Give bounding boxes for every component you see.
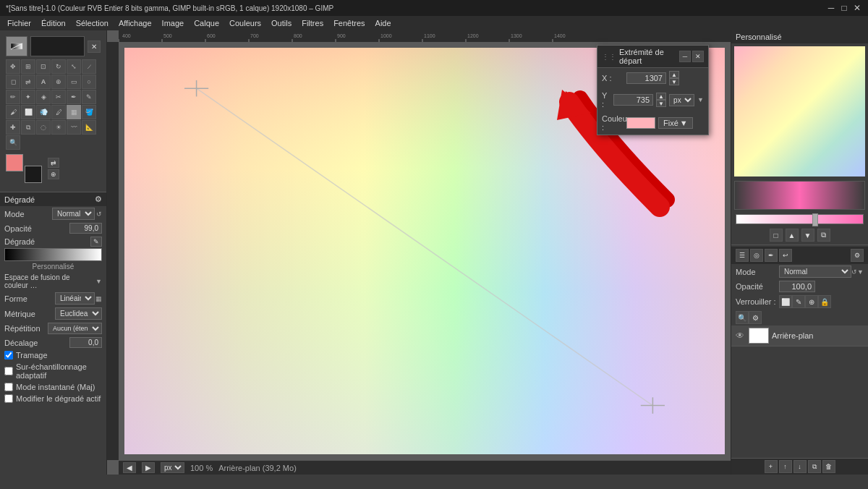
tool-airbrush[interactable]: 💨	[36, 105, 51, 119]
btn-raise-layer[interactable]: ▲	[786, 229, 799, 242]
tool-scale[interactable]: ⤡	[67, 59, 81, 74]
tool-persp[interactable]: ◻	[6, 75, 20, 89]
fixe-button[interactable]: Fixé ▼	[658, 117, 693, 129]
new-layer-btn[interactable]: +	[765, 460, 778, 473]
tool-zoom[interactable]: 🔍	[6, 135, 20, 150]
dialog-close-btn[interactable]: ✕	[692, 51, 704, 62]
space-chevron[interactable]: ▼	[95, 278, 102, 285]
tool-crop[interactable]: ⊡	[36, 59, 51, 74]
lock-paint-btn[interactable]: ✎	[792, 295, 805, 308]
x-spin-up[interactable]: ▲	[669, 71, 679, 78]
gradient-preview-bar[interactable]	[4, 248, 102, 261]
tool-dodge[interactable]: ☀	[51, 120, 66, 135]
tool-rect-sel[interactable]: ▭	[67, 75, 81, 89]
statusbar-nav-next[interactable]: ▶	[142, 462, 155, 473]
channels-tab[interactable]: ◎	[750, 249, 763, 262]
dialog-x-input[interactable]: 1307	[626, 72, 666, 84]
layer-search-btn[interactable]: 🔍	[736, 311, 749, 324]
menu-outils[interactable]: Outils	[267, 17, 296, 29]
btn-new-layer[interactable]: □	[770, 229, 783, 242]
menu-couleurs[interactable]: Couleurs	[225, 17, 265, 29]
menu-fenetres[interactable]: Fenêtres	[329, 17, 369, 29]
btn-lower-layer[interactable]: ▼	[801, 229, 814, 242]
tool-text[interactable]: A	[36, 75, 51, 89]
surech-checkbox[interactable]	[4, 367, 13, 375]
tool-rotate[interactable]: ↻	[51, 59, 66, 74]
reset-colors-btn[interactable]: ⊕	[48, 169, 59, 179]
tool-erase[interactable]: ⬜	[21, 105, 35, 119]
metric-select[interactable]: Euclidean	[55, 307, 102, 320]
right-mode-chevron[interactable]: ▼	[857, 268, 864, 276]
raise-layer-btn[interactable]: ↑	[779, 460, 792, 473]
tool-blur[interactable]: ◌	[36, 120, 51, 135]
tool-paint[interactable]: 🖌	[6, 105, 20, 119]
lock-move-btn[interactable]: ⊕	[805, 295, 818, 308]
couleur-swatch[interactable]	[626, 117, 655, 129]
swap-colors-btn[interactable]: ⇄	[48, 158, 59, 168]
close-preview-btn[interactable]: ✕	[88, 41, 101, 53]
tool-sel-color[interactable]: ◈	[36, 90, 51, 104]
menu-edition[interactable]: Édition	[37, 17, 70, 29]
unit-select[interactable]: px	[161, 462, 184, 473]
paths-tab[interactable]: ✒	[765, 249, 778, 262]
del-layer-btn[interactable]: 🗑	[822, 460, 835, 473]
menu-image[interactable]: Image	[158, 17, 189, 29]
right-mode-reset[interactable]: ↺	[851, 268, 857, 276]
lower-layer-btn[interactable]: ↓	[793, 460, 807, 473]
statusbar-nav-prev[interactable]: ◀	[123, 462, 136, 473]
menu-affichage[interactable]: Affichage	[114, 17, 156, 29]
tool-smudge[interactable]: 〰	[67, 120, 81, 135]
tool-align[interactable]: ⊞	[21, 59, 35, 74]
background-color-swatch[interactable]	[25, 166, 42, 183]
modif-checkbox[interactable]	[4, 394, 13, 403]
unit-chevron[interactable]: ▼	[697, 96, 704, 103]
menu-aide[interactable]: Aide	[371, 17, 396, 29]
mode-select[interactable]: Normal	[52, 208, 95, 220]
y-spin-down[interactable]: ▼	[656, 100, 666, 107]
offset-input[interactable]: 0,0	[69, 337, 102, 348]
tramage-checkbox[interactable]	[4, 351, 13, 360]
dup-layer-btn[interactable]: ⧉	[808, 460, 821, 473]
lock-alpha-btn[interactable]: ⬜	[779, 295, 792, 308]
dialog-minimize-btn[interactable]: ─	[679, 51, 691, 62]
layer-item-background[interactable]: 👁 Arrière-plan	[731, 326, 868, 346]
tool-scissors[interactable]: ✂	[51, 90, 66, 104]
maximize-button[interactable]: □	[839, 3, 849, 13]
right-mode-select[interactable]: Normal	[779, 265, 851, 278]
repeat-select[interactable]: Aucun (étendu)	[48, 323, 102, 334]
menu-filtres[interactable]: Filtres	[297, 17, 328, 29]
tool-move[interactable]: ✥	[6, 59, 20, 74]
tool-fuzzy-sel[interactable]: ✦	[21, 90, 35, 104]
opacity-slider[interactable]	[736, 214, 864, 224]
layer-configure-btn[interactable]: ⚙	[851, 249, 864, 262]
dialog-y-input[interactable]: 735	[613, 94, 653, 106]
layer-visibility-icon[interactable]: 👁	[736, 331, 746, 341]
minimize-button[interactable]: ─	[826, 3, 836, 13]
y-spin-up[interactable]: ▲	[656, 93, 666, 100]
tool-gradient[interactable]: ▦	[67, 105, 81, 119]
right-opacity-input[interactable]: 100,0	[779, 281, 815, 292]
foreground-color-swatch[interactable]	[6, 154, 23, 171]
tool-ellipse-sel[interactable]: ○	[82, 75, 96, 89]
layers-tab[interactable]: ☰	[736, 249, 749, 262]
tool-paths[interactable]: ✒	[67, 90, 81, 104]
unit-dropdown[interactable]: px	[669, 94, 694, 106]
tool-measure[interactable]: 📐	[82, 120, 96, 135]
tool-shear[interactable]: ⟋	[82, 59, 96, 74]
close-button[interactable]: ✕	[852, 3, 862, 13]
btn-dup-layer[interactable]: ⧉	[817, 229, 830, 242]
mode-inst-checkbox[interactable]	[4, 383, 13, 391]
menu-selection[interactable]: Sélection	[72, 17, 113, 29]
lock-all-btn[interactable]: 🔒	[818, 295, 831, 308]
tool-pick[interactable]: ⊕	[51, 75, 66, 89]
tool-free-sel[interactable]: ✏	[6, 90, 20, 104]
mode-reset[interactable]: ↺	[96, 211, 102, 218]
tool-clone[interactable]: ⧉	[21, 120, 35, 135]
opacity-input[interactable]: 99,0	[69, 223, 102, 234]
undo-tab[interactable]: ↩	[779, 249, 792, 262]
tool-flip[interactable]: ⇌	[21, 75, 35, 89]
tool-ink[interactable]: 🖊	[51, 105, 66, 119]
layer-filter-btn[interactable]: ⚙	[749, 311, 762, 324]
menu-fichier[interactable]: Fichier	[3, 17, 35, 29]
x-spin-down[interactable]: ▼	[669, 78, 679, 85]
